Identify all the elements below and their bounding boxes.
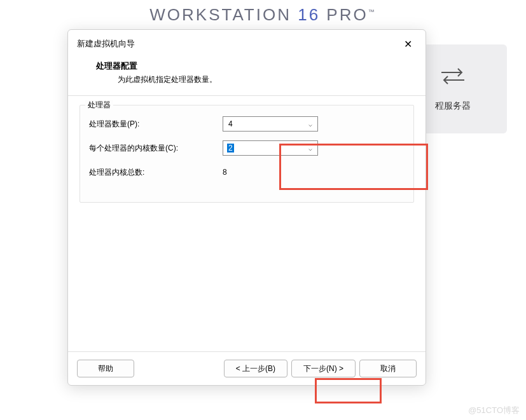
cores-per-processor-label: 每个处理器的内核数量(C): — [89, 143, 223, 154]
header-subtitle: 为此虚拟机指定处理器数量。 — [118, 74, 410, 85]
chevron-down-icon: ⌵ — [308, 145, 312, 152]
chevron-down-icon: ⌵ — [308, 121, 312, 128]
total-cores-label: 处理器内核总数: — [89, 167, 223, 178]
dialog-header: 处理器配置 为此虚拟机指定处理器数量。 — [68, 57, 426, 95]
close-button[interactable]: ✕ — [399, 36, 417, 51]
fieldset-legend: 处理器 — [85, 100, 113, 111]
processor-count-combo[interactable]: 4 ⌵ — [223, 116, 318, 132]
cores-per-processor-combo[interactable]: 2 ⌵ — [223, 140, 318, 156]
content-area: 处理器 处理器数量(P): 4 ⌵ 每个处理器的内核数量(C): 2 ⌵ 处理器… — [68, 96, 426, 351]
processor-count-value: 4 — [228, 119, 233, 128]
background-app-title: WORKSTATION 16 PRO™ — [0, 5, 526, 25]
close-icon: ✕ — [404, 38, 412, 50]
processor-fieldset: 处理器 处理器数量(P): 4 ⌵ 每个处理器的内核数量(C): 2 ⌵ 处理器… — [80, 105, 414, 203]
back-button[interactable]: < 上一步(B) — [224, 360, 287, 377]
total-cores-value: 8 — [223, 168, 227, 177]
total-cores-row: 处理器内核总数: 8 — [89, 164, 405, 180]
background-card-label: 程服务器 — [435, 100, 471, 112]
processor-count-row: 处理器数量(P): 4 ⌵ — [89, 116, 405, 132]
dialog-title: 新建虚拟机向导 — [77, 38, 135, 50]
cores-per-processor-row: 每个处理器的内核数量(C): 2 ⌵ — [89, 140, 405, 156]
cores-per-processor-value: 2 — [227, 144, 234, 152]
header-title: 处理器配置 — [96, 60, 410, 72]
watermark: @51CTO博客 — [468, 405, 520, 416]
dialog-button-bar: 帮助 < 上一步(B) 下一步(N) > 取消 — [68, 351, 426, 385]
new-vm-wizard-dialog: 新建虚拟机向导 ✕ 处理器配置 为此虚拟机指定处理器数量。 处理器 处理器数量(… — [67, 29, 426, 386]
cancel-button[interactable]: 取消 — [359, 360, 417, 377]
transfer-icon — [439, 67, 467, 88]
next-button[interactable]: 下一步(N) > — [291, 360, 356, 377]
help-button[interactable]: 帮助 — [77, 360, 134, 377]
processor-count-label: 处理器数量(P): — [89, 119, 223, 130]
dialog-titlebar: 新建虚拟机向导 ✕ — [68, 30, 426, 57]
